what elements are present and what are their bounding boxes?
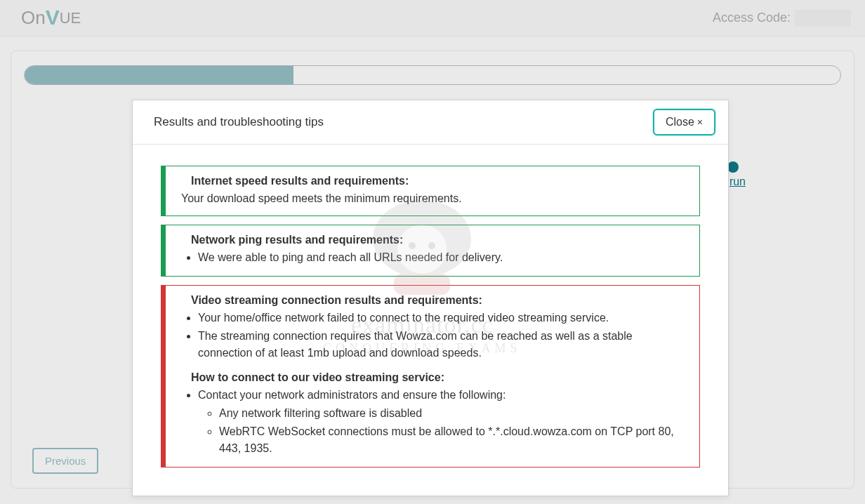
tip-video-streaming: Video streaming connection results and r…	[161, 285, 700, 467]
access-code-label: Access Code:	[713, 11, 791, 25]
progress-bar	[24, 65, 841, 85]
logo: OnVUE	[21, 6, 81, 30]
topbar: OnVUE Access Code:	[0, 0, 865, 37]
tip-title: Network ping results and requirements:	[174, 234, 689, 246]
list-item: Your home/office network failed to conne…	[198, 310, 689, 326]
logo-text-v: V	[46, 6, 60, 29]
troubleshoot-modal: Results and troubleshooting tips Close× …	[132, 100, 729, 496]
logo-text-ue: UE	[60, 9, 81, 27]
list-item-text: Contact your network administrators and …	[198, 389, 506, 401]
tip-title: Video streaming connection results and r…	[174, 294, 689, 307]
tip-body: Your download speed meets the minimum re…	[174, 190, 689, 207]
tip-network-ping: Network ping results and requirements: W…	[161, 225, 700, 277]
previous-button[interactable]: Previous	[32, 448, 98, 474]
tip-second-title: How to connect to our video streaming se…	[174, 371, 689, 384]
logo-text-on: On	[21, 7, 46, 29]
list-item: We were able to ping and reach all URLs …	[198, 249, 689, 266]
close-button[interactable]: Close×	[653, 109, 715, 135]
list-item: Any network filtering software is disabl…	[219, 405, 689, 422]
list-item: The streaming connection requires that W…	[198, 328, 689, 362]
modal-body: Internet speed results and requirements:…	[133, 145, 728, 496]
modal-header: Results and troubleshooting tips Close×	[133, 100, 728, 145]
tip-title: Internet speed results and requirements:	[174, 175, 689, 187]
progress-fill	[25, 66, 293, 84]
list-item: WebRTC WebSocket connections must be all…	[219, 423, 689, 457]
access-code-value	[795, 10, 851, 27]
close-icon: ×	[697, 117, 703, 128]
tip-internet-speed: Internet speed results and requirements:…	[161, 166, 700, 216]
close-label: Close	[666, 116, 694, 128]
run-link[interactable]: run	[729, 175, 746, 188]
access-code-label-wrap: Access Code:	[713, 10, 851, 27]
list-item: Contact your network administrators and …	[198, 387, 689, 457]
status-dot-icon	[727, 161, 739, 173]
modal-title: Results and troubleshooting tips	[154, 115, 324, 129]
